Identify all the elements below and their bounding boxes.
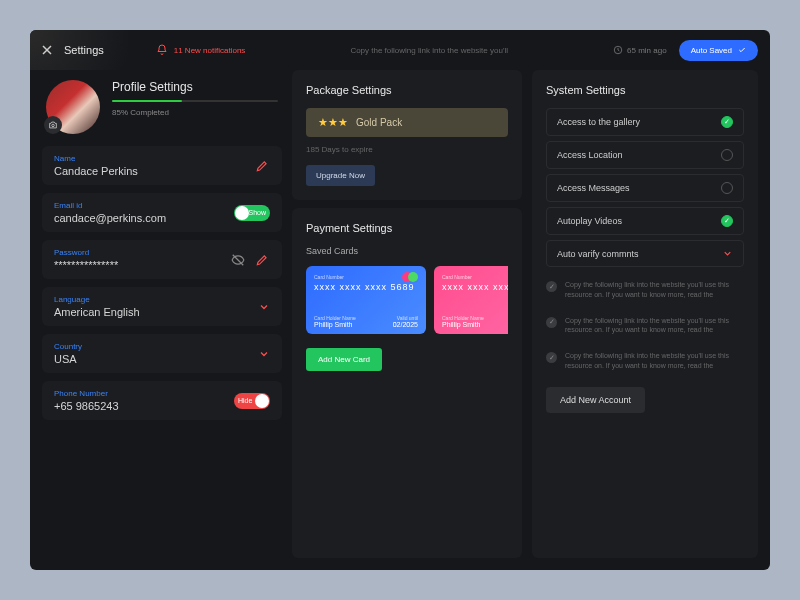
svg-point-1 <box>52 124 55 127</box>
notifications[interactable]: 11 New notifications <box>156 44 246 56</box>
gold-pack-badge: ★★★ Gold Pack <box>306 108 508 137</box>
sys-row-autoplay[interactable]: Autoplay Videos <box>546 207 744 235</box>
check-icon <box>738 46 746 54</box>
card-number: xxxx xxxx xxxx 5689 <box>314 282 418 292</box>
cards-row: Card Number xxxx xxxx xxxx 5689 Card Hol… <box>306 266 508 334</box>
radio-checked-icon[interactable] <box>721 116 733 128</box>
field-country[interactable]: Country USA <box>42 334 282 373</box>
info-text: Copy the following link into the website… <box>565 280 744 300</box>
name-label: Name <box>54 154 138 163</box>
middle-column: Package Settings ★★★ Gold Pack 185 Days … <box>292 70 522 558</box>
edit-icon[interactable] <box>254 158 270 174</box>
card-item[interactable]: Card Number xxxx xxxx xxxx 52 Card Holde… <box>434 266 508 334</box>
clock-icon <box>613 45 623 55</box>
card-holder-label: Card Holder Name <box>442 315 484 321</box>
eye-off-icon[interactable] <box>230 252 246 268</box>
card-holder-label: Card Holder Name <box>314 315 356 321</box>
add-card-button[interactable]: Add New Card <box>306 348 382 371</box>
language-value: American English <box>54 306 140 318</box>
sys-row-autoverify[interactable]: Auto varify commnts <box>546 240 744 267</box>
settings-app: Settings 11 New notifications Copy the f… <box>30 30 770 570</box>
system-panel: System Settings Access to the gallery Ac… <box>532 70 758 558</box>
country-value: USA <box>54 353 82 365</box>
field-name: Name Candace Perkins <box>42 146 282 185</box>
sys-label: Auto varify commnts <box>557 249 639 259</box>
profile-header: Profile Settings 85% Completed <box>42 70 282 138</box>
progress-label: 85% Completed <box>112 108 278 117</box>
email-label: Email id <box>54 201 166 210</box>
email-value: candace@perkins.com <box>54 212 166 224</box>
card-number: xxxx xxxx xxxx 52 <box>442 282 508 292</box>
card-holder: Phillip Smith <box>442 321 484 328</box>
country-label: Country <box>54 342 82 351</box>
email-visibility-toggle[interactable]: Show <box>234 205 270 221</box>
add-account-button[interactable]: Add New Account <box>546 387 645 413</box>
close-icon[interactable] <box>42 45 52 55</box>
field-phone: Phone Number +65 9865243 Hide <box>42 381 282 420</box>
check-icon: ✓ <box>546 317 557 328</box>
card-item[interactable]: Card Number xxxx xxxx xxxx 5689 Card Hol… <box>306 266 426 334</box>
card-valid: 02/2025 <box>393 321 418 328</box>
chevron-down-icon[interactable] <box>722 248 733 259</box>
upgrade-button[interactable]: Upgrade Now <box>306 165 375 186</box>
auto-saved-badge[interactable]: Auto Saved <box>679 40 758 61</box>
saved-cards-label: Saved Cards <box>306 246 508 256</box>
field-email: Email id candace@perkins.com Show <box>42 193 282 232</box>
sys-row-location[interactable]: Access Location <box>546 141 744 169</box>
password-value: *************** <box>54 259 118 271</box>
profile-title: Profile Settings <box>112 80 278 94</box>
main-content: Profile Settings 85% Completed Name Cand… <box>30 70 770 570</box>
phone-value: +65 9865243 <box>54 400 119 412</box>
auto-saved-label: Auto Saved <box>691 46 732 55</box>
payment-panel: Payment Settings Saved Cards Card Number… <box>292 208 522 558</box>
page-title: Settings <box>64 44 104 56</box>
info-text: Copy the following link into the website… <box>565 316 744 336</box>
field-language[interactable]: Language American English <box>42 287 282 326</box>
sys-label: Autoplay Videos <box>557 216 622 226</box>
chevron-down-icon[interactable] <box>258 348 270 360</box>
sys-row-gallery[interactable]: Access to the gallery <box>546 108 744 136</box>
time-ago: 65 min ago <box>613 45 667 55</box>
phone-visibility-toggle[interactable]: Hide <box>234 393 270 409</box>
info-text: Copy the following link into the website… <box>565 351 744 371</box>
info-item: ✓ Copy the following link into the websi… <box>546 316 744 336</box>
package-title: Package Settings <box>306 84 508 96</box>
field-password: Password *************** <box>42 240 282 279</box>
system-title: System Settings <box>546 84 744 96</box>
card-valid-label: Valid until <box>393 315 418 321</box>
sys-row-messages[interactable]: Access Messages <box>546 174 744 202</box>
name-value: Candace Perkins <box>54 165 138 177</box>
phone-label: Phone Number <box>54 389 119 398</box>
camera-icon[interactable] <box>44 116 62 134</box>
copy-hint: Copy the following link into the website… <box>257 46 601 55</box>
password-label: Password <box>54 248 118 257</box>
sys-label: Access to the gallery <box>557 117 640 127</box>
radio-icon[interactable] <box>721 182 733 194</box>
check-icon: ✓ <box>546 281 557 292</box>
radio-checked-icon[interactable] <box>721 215 733 227</box>
progress-bar <box>112 100 278 102</box>
sys-label: Access Messages <box>557 183 630 193</box>
profile-column: Profile Settings 85% Completed Name Cand… <box>42 70 282 558</box>
bell-icon <box>156 44 168 56</box>
sys-label: Access Location <box>557 150 623 160</box>
expire-text: 185 Days to expire <box>306 145 508 154</box>
language-label: Language <box>54 295 140 304</box>
info-item: ✓ Copy the following link into the websi… <box>546 351 744 371</box>
edit-icon[interactable] <box>254 252 270 268</box>
card-number-label: Card Number <box>442 274 508 280</box>
chevron-down-icon[interactable] <box>258 301 270 313</box>
time-ago-text: 65 min ago <box>627 46 667 55</box>
system-column: System Settings Access to the gallery Ac… <box>532 70 758 558</box>
topbar: Settings 11 New notifications Copy the f… <box>30 30 770 70</box>
notif-count: 11 New notifications <box>174 46 246 55</box>
card-number-label: Card Number <box>314 274 418 280</box>
package-panel: Package Settings ★★★ Gold Pack 185 Days … <box>292 70 522 200</box>
check-icon: ✓ <box>546 352 557 363</box>
stars-icon: ★★★ <box>318 116 348 129</box>
avatar-wrap[interactable] <box>46 80 100 134</box>
radio-icon[interactable] <box>721 149 733 161</box>
payment-title: Payment Settings <box>306 222 508 234</box>
card-holder: Phillip Smith <box>314 321 356 328</box>
pack-name: Gold Pack <box>356 117 402 128</box>
